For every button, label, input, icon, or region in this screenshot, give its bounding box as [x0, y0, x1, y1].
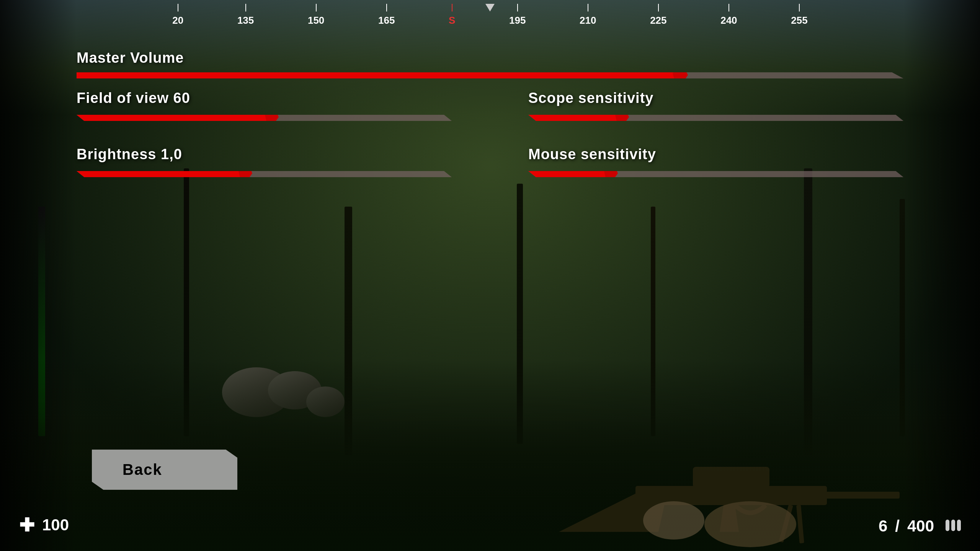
compass-tick-210: 210 — [580, 4, 596, 26]
compass-tick-255: 255 — [791, 4, 807, 26]
compass-ticks: 20 135 150 165 S 195 210 225 — [145, 4, 835, 26]
field-of-view-slider[interactable] — [77, 112, 452, 123]
svg-marker-12 — [238, 168, 252, 179]
tick-line — [178, 4, 178, 11]
svg-marker-9 — [673, 69, 688, 81]
master-volume-track — [77, 72, 903, 78]
back-button[interactable]: Back — [92, 450, 237, 490]
tick-line — [728, 4, 729, 11]
compass-tick-165: 165 — [378, 4, 395, 26]
mouse-fill — [528, 171, 611, 177]
tick-line — [386, 4, 387, 11]
tick-line — [588, 4, 588, 11]
tick-line — [799, 4, 800, 11]
mouse-sensitivity-slider[interactable] — [528, 169, 903, 179]
settings-grid: Field of view 60 Scope sensitivity — [54, 90, 926, 179]
brightness-fill — [77, 171, 245, 177]
compass-tick-195: 195 — [509, 4, 526, 26]
tick-line — [245, 4, 246, 11]
scope-handle — [615, 112, 629, 123]
tick-line — [517, 4, 518, 11]
compass-tick-150: 150 — [308, 4, 324, 26]
tick-line — [658, 4, 659, 11]
compass-bar: 20 135 150 165 S 195 210 225 — [0, 0, 980, 38]
mouse-track — [528, 171, 903, 177]
svg-rect-15 — [951, 520, 955, 531]
tick-line — [316, 4, 317, 11]
ammo-max: 400 — [907, 517, 934, 535]
compass-tick-20: 20 — [172, 4, 183, 26]
mouse-handle — [604, 168, 618, 179]
scope-track — [528, 115, 903, 121]
brightness-label: Brightness 1,0 — [77, 146, 452, 163]
master-volume-fill — [77, 72, 680, 78]
master-volume-label: Master Volume — [77, 50, 903, 66]
compass-tick-S: S — [449, 4, 455, 26]
hud-health: ✚ 100 — [19, 514, 69, 536]
field-of-view-item: Field of view 60 — [77, 90, 452, 123]
svg-rect-6 — [796, 505, 804, 543]
fov-fill — [77, 115, 272, 121]
svg-marker-13 — [604, 168, 618, 179]
brightness-slider[interactable] — [77, 169, 452, 179]
tick-line-highlight — [452, 4, 452, 11]
back-button-container: Back — [92, 450, 237, 490]
scope-fill — [528, 115, 622, 121]
brightness-handle — [238, 168, 252, 179]
hud-ammo: 6 / 400 — [879, 517, 961, 536]
brightness-item: Brightness 1,0 — [77, 146, 452, 179]
brightness-track — [77, 171, 452, 177]
mouse-sensitivity-item: Mouse sensitivity — [528, 146, 903, 179]
compass-tick-135: 135 — [237, 4, 254, 26]
fov-handle — [265, 112, 279, 123]
svg-point-7 — [704, 501, 796, 547]
field-of-view-label: Field of view 60 — [77, 90, 452, 106]
svg-rect-16 — [957, 520, 961, 531]
fov-track — [77, 115, 452, 121]
compass-tick-225: 225 — [650, 4, 666, 26]
ammo-icon — [942, 517, 961, 536]
master-volume-section: Master Volume — [54, 50, 926, 78]
scope-sensitivity-slider[interactable] — [528, 112, 903, 123]
health-icon: ✚ — [19, 514, 34, 536]
master-volume-slider-container[interactable] — [77, 72, 903, 78]
settings-panel: Master Volume Field of view 60 — [54, 50, 926, 505]
ammo-current: 6 — [879, 517, 887, 535]
scope-sensitivity-label: Scope sensitivity — [528, 90, 903, 106]
compass-tick-240: 240 — [720, 4, 737, 26]
ammo-separator: / — [895, 517, 900, 535]
svg-point-8 — [643, 501, 704, 540]
scope-sensitivity-item: Scope sensitivity — [528, 90, 903, 123]
mouse-sensitivity-label: Mouse sensitivity — [528, 146, 903, 163]
svg-marker-10 — [265, 112, 279, 122]
svg-marker-11 — [615, 112, 629, 122]
slider-handle-jagged — [673, 69, 688, 82]
compass-pointer — [485, 4, 495, 11]
svg-rect-14 — [946, 520, 949, 531]
health-value: 100 — [42, 516, 69, 534]
